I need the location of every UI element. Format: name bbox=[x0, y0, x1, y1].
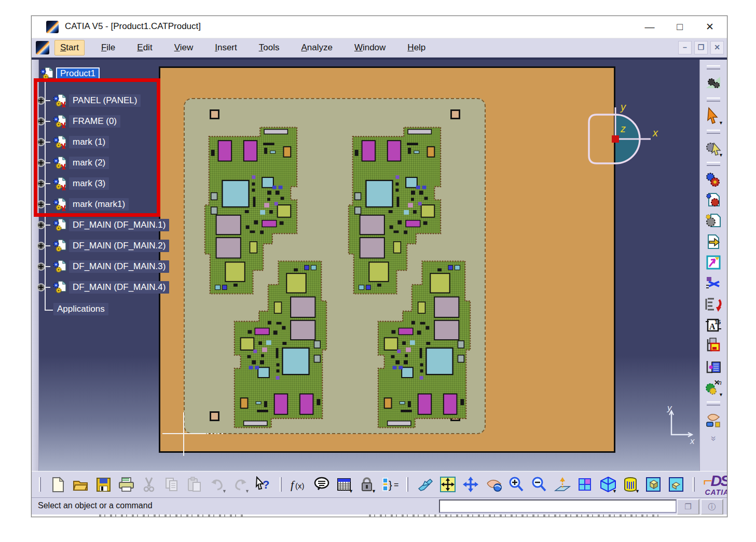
tree-item-label[interactable]: mark (1) bbox=[69, 136, 109, 148]
tree-item-mark-1[interactable]: mark (1) bbox=[37, 134, 109, 150]
manipulation-icon[interactable] bbox=[705, 411, 722, 428]
tree-item-label[interactable]: Product1 bbox=[56, 67, 100, 80]
mdi-close-button[interactable]: ✕ bbox=[710, 41, 724, 54]
menu-start[interactable]: Start bbox=[54, 40, 85, 55]
pcb-board-df-main-3[interactable] bbox=[231, 259, 328, 431]
fit-all-in-icon[interactable] bbox=[439, 476, 456, 493]
constraints-icon[interactable]: }= bbox=[381, 476, 398, 493]
power-input-field[interactable] bbox=[439, 499, 677, 513]
expand-icon[interactable] bbox=[37, 283, 45, 291]
tree-item-df-main-3[interactable]: DF_MAIN (DF_MAIN.3) bbox=[37, 259, 169, 274]
tree-item-frame[interactable]: FRAME (0) bbox=[37, 114, 120, 129]
fast-multi-instantiation-icon[interactable]: ✕ n ▼ bbox=[705, 379, 722, 396]
menu-edit[interactable]: Edit bbox=[132, 40, 157, 55]
tree-item-panel[interactable]: PANEL (PANEL) bbox=[37, 93, 141, 108]
tree-item-label[interactable]: mark (3) bbox=[69, 177, 109, 190]
toolbar-handle[interactable] bbox=[707, 65, 720, 70]
tree-item-label[interactable]: FRAME (0) bbox=[69, 115, 120, 128]
select-icon[interactable]: ▼ bbox=[705, 107, 722, 124]
tree-item-label[interactable]: Applications bbox=[53, 303, 108, 315]
render-style-icon[interactable]: ▼ bbox=[622, 476, 639, 493]
normal-view-icon[interactable] bbox=[554, 476, 570, 493]
swap-visible-space-icon[interactable] bbox=[668, 476, 684, 493]
menu-file[interactable]: File bbox=[96, 40, 120, 55]
dialog-toggle-button[interactable]: ❐ bbox=[677, 499, 699, 515]
pcb-board-df-main-4[interactable] bbox=[375, 259, 472, 431]
tree-item-label[interactable]: DF_MAIN (DF_MAIN.4) bbox=[69, 281, 169, 294]
isometric-view-icon[interactable]: ▼ bbox=[599, 476, 616, 493]
undo-icon[interactable]: ▼ bbox=[209, 476, 226, 493]
pcb-board[interactable] bbox=[231, 259, 328, 431]
pan-icon[interactable] bbox=[462, 476, 479, 493]
toolbar-handle[interactable] bbox=[280, 477, 282, 492]
replace-component-icon[interactable] bbox=[705, 275, 722, 293]
tree-item-label[interactable]: DF_MAIN (DF_MAIN.3) bbox=[69, 260, 169, 273]
tree-item-df-main-4[interactable]: DF_MAIN (DF_MAIN.4) bbox=[37, 280, 169, 295]
tree-item-applications[interactable]: Applications bbox=[53, 301, 108, 317]
new-document-icon[interactable] bbox=[49, 476, 66, 493]
toolbar-handle[interactable] bbox=[406, 477, 408, 492]
toolbar-handle[interactable] bbox=[39, 477, 41, 492]
panel-frame-region[interactable] bbox=[184, 98, 486, 434]
redo-icon[interactable]: ▼ bbox=[232, 476, 249, 493]
new-product-icon[interactable] bbox=[705, 213, 722, 230]
open-folder-icon[interactable] bbox=[72, 476, 89, 493]
graph-tree-reordering-icon[interactable] bbox=[705, 296, 722, 313]
lock-icon[interactable]: ▼ bbox=[359, 476, 375, 493]
tree-item-df-main-2[interactable]: DF_MAIN (DF_MAIN.2) bbox=[37, 238, 169, 254]
tree-item-label[interactable]: mark (mark1) bbox=[69, 198, 129, 211]
info-button[interactable]: ⓘ bbox=[700, 499, 723, 515]
manage-representations-icon[interactable] bbox=[705, 358, 722, 376]
menu-analyze[interactable]: Analyze bbox=[296, 40, 337, 55]
3d-viewport[interactable] bbox=[159, 66, 615, 453]
maximize-button[interactable]: □ bbox=[665, 16, 695, 38]
toolbar-handle[interactable] bbox=[707, 130, 720, 134]
menu-help[interactable]: Help bbox=[402, 40, 431, 55]
menu-insert[interactable]: Insert bbox=[210, 40, 242, 55]
tree-item-label[interactable]: PANEL (PANEL) bbox=[69, 94, 141, 107]
menu-tools[interactable]: Tools bbox=[254, 40, 285, 55]
generate-numbering-icon[interactable]: A 15 bbox=[705, 316, 722, 334]
new-component-icon[interactable] bbox=[705, 171, 722, 189]
expand-icon[interactable] bbox=[37, 117, 45, 126]
tree-item-mark-mark1[interactable]: mark (mark1) bbox=[37, 197, 129, 212]
mdi-restore-button[interactable]: ❐ bbox=[694, 41, 708, 54]
expand-icon[interactable] bbox=[37, 242, 45, 250]
mdi-minimize-button[interactable]: – bbox=[678, 41, 692, 54]
toolbar-handle[interactable] bbox=[693, 477, 695, 492]
print-icon[interactable] bbox=[118, 476, 134, 493]
smart-pick-icon[interactable]: ▼ bbox=[705, 139, 722, 157]
tree-item-mark-2[interactable]: mark (2) bbox=[37, 155, 109, 171]
pcb-board[interactable] bbox=[375, 259, 472, 431]
design-table-icon[interactable]: ▼ bbox=[336, 476, 352, 493]
minimize-button[interactable]: — bbox=[635, 16, 665, 38]
expand-icon[interactable] bbox=[37, 179, 45, 188]
title-bar[interactable]: CATIA V5 - [Product1.CATProduct] — □ ✕ bbox=[32, 16, 727, 38]
new-part-icon[interactable] bbox=[705, 192, 722, 210]
tree-item-mark-3[interactable]: mark (3) bbox=[37, 176, 109, 191]
multi-view-icon[interactable] bbox=[576, 476, 593, 493]
expand-icon[interactable] bbox=[37, 221, 45, 229]
update-icon[interactable] bbox=[705, 75, 722, 92]
rotate-icon[interactable] bbox=[485, 476, 502, 493]
comment-icon[interactable] bbox=[313, 476, 329, 493]
existing-component-positioned-icon[interactable] bbox=[705, 254, 722, 272]
copy-icon[interactable] bbox=[163, 476, 180, 493]
zoom-in-icon[interactable] bbox=[508, 476, 525, 493]
toolbar-handle[interactable] bbox=[707, 98, 720, 102]
menu-view[interactable]: View bbox=[169, 40, 199, 55]
selective-load-icon[interactable] bbox=[705, 337, 722, 355]
paste-icon[interactable] bbox=[186, 476, 203, 493]
cut-icon[interactable] bbox=[141, 476, 157, 493]
toolbar-overflow-chevron[interactable]: » bbox=[708, 436, 719, 441]
close-button[interactable]: ✕ bbox=[695, 16, 725, 38]
toolbar-handle[interactable] bbox=[707, 162, 720, 166]
expand-icon[interactable] bbox=[37, 96, 45, 105]
save-icon[interactable] bbox=[95, 476, 112, 493]
expand-icon[interactable] bbox=[37, 262, 45, 271]
fly-mode-icon[interactable] bbox=[417, 476, 433, 493]
expand-icon[interactable] bbox=[37, 200, 45, 209]
formula-icon[interactable]: f(x) bbox=[290, 476, 307, 493]
hide-show-icon[interactable] bbox=[645, 476, 662, 493]
zoom-out-icon[interactable] bbox=[531, 476, 547, 493]
